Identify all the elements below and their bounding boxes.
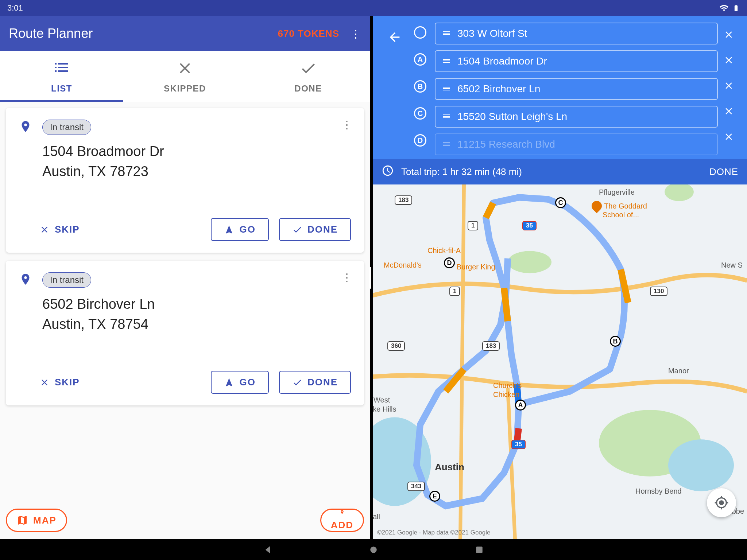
map-poi[interactable]: Chick-fil-A — [427, 246, 461, 255]
card-menu-icon[interactable]: ⋮ — [341, 271, 352, 284]
stop-card[interactable]: ⋮ In transit 6502 Birchover Ln Austin, T… — [6, 261, 364, 405]
stop-marker-c: C — [414, 107, 426, 120]
route-marker-d[interactable]: D — [444, 257, 455, 268]
poi-pin-icon — [589, 199, 604, 213]
go-button[interactable]: GO — [211, 218, 268, 241]
road-shield: 130 — [650, 287, 667, 296]
route-marker-b[interactable]: B — [610, 336, 621, 347]
overflow-menu-icon[interactable]: ⋮ — [350, 27, 361, 40]
road-shield: 343 — [407, 482, 425, 491]
nav-home-icon[interactable] — [368, 544, 379, 555]
svg-point-6 — [370, 547, 377, 553]
app-title: Route Planner — [9, 26, 278, 41]
map-label: West — [374, 396, 390, 404]
status-bar: 3:01 — [0, 0, 747, 16]
stop-input[interactable]: 1504 Broadmoor Dr — [435, 50, 718, 72]
route-marker-a[interactable]: A — [515, 400, 526, 411]
road-shield: 1 — [468, 221, 478, 230]
remove-stop-icon[interactable] — [723, 106, 734, 118]
tokens-label[interactable]: 670 TOKENS — [278, 28, 339, 39]
stop-input[interactable]: 303 W Oltorf St — [435, 23, 718, 44]
drag-handle-icon[interactable] — [442, 55, 451, 67]
road-shield: 183 — [482, 341, 500, 351]
clock-icon — [382, 164, 394, 179]
pin-icon — [19, 273, 32, 287]
drag-handle-icon[interactable] — [442, 83, 451, 95]
remove-stop-icon[interactable] — [723, 131, 734, 144]
my-location-button[interactable] — [707, 488, 736, 517]
back-button[interactable] — [387, 30, 402, 46]
cards-list[interactable]: ⋮ In transit 1504 Broadmoor Dr Austin, T… — [0, 102, 370, 539]
skip-button[interactable]: SKIP — [27, 219, 92, 240]
stop-card[interactable]: ⋮ In transit 1504 Broadmoor Dr Austin, T… — [6, 108, 364, 253]
stop-marker-d: D — [414, 134, 426, 147]
map-label: New S — [721, 261, 743, 269]
road-shield: 35 — [511, 440, 526, 449]
tab-skipped[interactable]: SKIPPED — [123, 51, 247, 102]
map-poi[interactable]: Chicken — [493, 390, 519, 399]
route-marker-e[interactable]: E — [429, 491, 440, 502]
tab-list-label: LIST — [51, 83, 72, 94]
nav-recents-icon[interactable] — [474, 544, 485, 555]
address: 6502 Birchover Ln Austin, TX 78754 — [42, 294, 351, 334]
stop-input[interactable]: 15520 Sutton Leigh's Ln — [435, 106, 718, 128]
road-shield: 1 — [449, 287, 460, 296]
svg-rect-7 — [476, 547, 483, 553]
map-label: Pflugerville — [599, 188, 635, 197]
done-button[interactable]: DONE — [279, 371, 351, 394]
stop-marker-a: A — [414, 53, 426, 66]
summary-text: Total trip: 1 hr 32 min (48 mi) — [401, 166, 522, 178]
map-background — [373, 184, 747, 539]
map-poi[interactable]: McDonald's — [384, 261, 422, 269]
stop-input[interactable]: 11215 Research Blvd — [435, 133, 718, 155]
pin-icon — [19, 120, 32, 135]
road-shield: 360 — [387, 341, 405, 351]
battery-icon — [732, 3, 740, 13]
wifi-icon — [719, 3, 729, 13]
tab-done[interactable]: DONE — [247, 51, 370, 102]
card-menu-icon[interactable]: ⋮ — [341, 118, 352, 131]
remove-stop-icon[interactable] — [723, 29, 734, 42]
nav-back-icon[interactable] — [262, 544, 273, 555]
drag-handle-icon[interactable] — [442, 111, 451, 122]
done-button[interactable]: DONE — [279, 218, 351, 241]
status-chip: In transit — [42, 272, 91, 288]
svg-point-2 — [668, 439, 734, 491]
map-credits: ©2021 Google - Map data ©2021 Google — [377, 529, 490, 536]
road-shield: 183 — [395, 195, 412, 205]
app-header: Route Planner 670 TOKENS ⋮ — [0, 16, 370, 51]
status-time: 3:01 — [7, 3, 23, 13]
directions-done-button[interactable]: DONE — [709, 166, 738, 178]
route-marker-c[interactable]: C — [555, 197, 566, 208]
svg-point-3 — [508, 251, 551, 273]
road-shield: 35 — [522, 221, 537, 230]
tab-skipped-label: SKIPPED — [164, 83, 206, 94]
remove-stop-icon[interactable] — [723, 55, 734, 67]
map-fab[interactable]: MAP — [6, 509, 67, 532]
list-icon — [53, 59, 70, 78]
status-chip: In transit — [42, 120, 91, 135]
map-label: Hornsby Bend — [635, 487, 682, 495]
skip-button[interactable]: SKIP — [27, 372, 92, 393]
add-fab[interactable]: ADD — [320, 509, 364, 532]
drag-handle-icon[interactable] — [442, 139, 451, 150]
tab-list[interactable]: LIST — [0, 51, 123, 102]
split-divider[interactable] — [370, 16, 373, 539]
stop-input[interactable]: 6502 Birchover Ln — [435, 78, 718, 100]
origin-marker — [414, 26, 426, 39]
map-poi[interactable]: Church's — [493, 381, 522, 390]
remove-stop-icon[interactable] — [723, 80, 734, 93]
map-canvas[interactable]: Pflugerville Manor Austin Hornsby Bend N… — [373, 184, 747, 539]
map-label: ke Hills — [373, 405, 396, 413]
trip-summary: Total trip: 1 hr 32 min (48 mi) DONE — [373, 159, 747, 184]
map-poi[interactable]: Burger King — [457, 263, 495, 271]
map-poi[interactable]: The Goddard — [592, 201, 647, 211]
drag-handle-icon[interactable] — [442, 28, 451, 39]
directions-header: A B C D 303 W Oltorf St 1504 Broadmoor D… — [373, 16, 747, 159]
map-poi: School of... — [603, 211, 639, 219]
map-label: Manor — [668, 367, 689, 375]
stop-markers: A B C D — [409, 23, 431, 147]
route-planner-app: Route Planner 670 TOKENS ⋮ LIST SKIPPED … — [0, 16, 370, 539]
go-button[interactable]: GO — [211, 371, 268, 394]
close-icon — [176, 59, 194, 78]
